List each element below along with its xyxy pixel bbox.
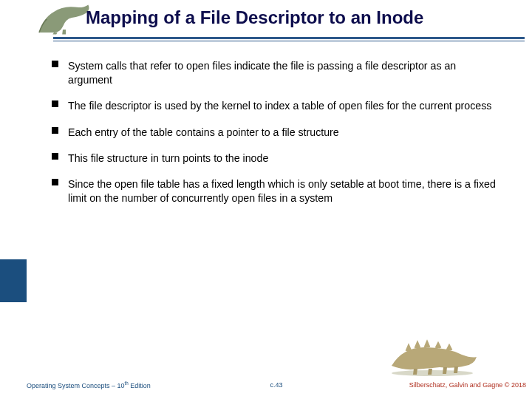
footer-copyright: Silberschatz, Galvin and Gagne © 2018	[409, 381, 526, 389]
header: Mapping of a File Descriptor to an Inode	[27, 0, 532, 44]
slide-title: Mapping of a File Descriptor to an Inode	[86, 7, 423, 28]
footer-edition-suffix: Edition	[129, 382, 151, 389]
bullet-text: This file structure in turn points to th…	[68, 152, 268, 164]
title-rule-thick	[53, 37, 525, 39]
list-item: This file structure in turn points to th…	[52, 151, 502, 166]
bullet-text: Each entry of the table contains a point…	[68, 126, 339, 138]
bullet-text: The file descriptor is used by the kerne…	[68, 100, 491, 112]
footer-page-number: c.43	[270, 381, 282, 389]
list-item: Since the open file table has a fixed le…	[52, 177, 502, 205]
bullet-text: System calls that refer to open files in…	[68, 60, 456, 86]
list-item: System calls that refer to open files in…	[52, 59, 502, 87]
slide: Mapping of a File Descriptor to an Inode…	[0, 0, 532, 399]
bullet-text: Since the open file table has a fixed le…	[68, 178, 496, 204]
list-item: Each entry of the table contains a point…	[52, 126, 502, 140]
sidebar-accent	[0, 259, 27, 302]
footer-left: Operating System Concepts – 10th Edition	[27, 381, 151, 389]
list-item: The file descriptor is used by the kerne…	[52, 99, 502, 113]
dinosaur-bottom-icon	[384, 336, 480, 377]
bullet-square-icon	[52, 100, 58, 107]
slide-body: System calls that refer to open files in…	[52, 59, 502, 340]
sidebar	[0, 0, 27, 399]
bullet-list: System calls that refer to open files in…	[52, 59, 502, 205]
bullet-square-icon	[52, 61, 58, 67]
svg-point-0	[392, 370, 473, 376]
footer: Operating System Concepts – 10th Edition…	[27, 378, 526, 392]
title-rule-thin	[53, 41, 525, 41]
bullet-square-icon	[52, 153, 58, 160]
bullet-square-icon	[52, 179, 58, 185]
bullet-square-icon	[52, 127, 58, 134]
footer-book-title: Operating System Concepts – 10	[27, 382, 125, 389]
